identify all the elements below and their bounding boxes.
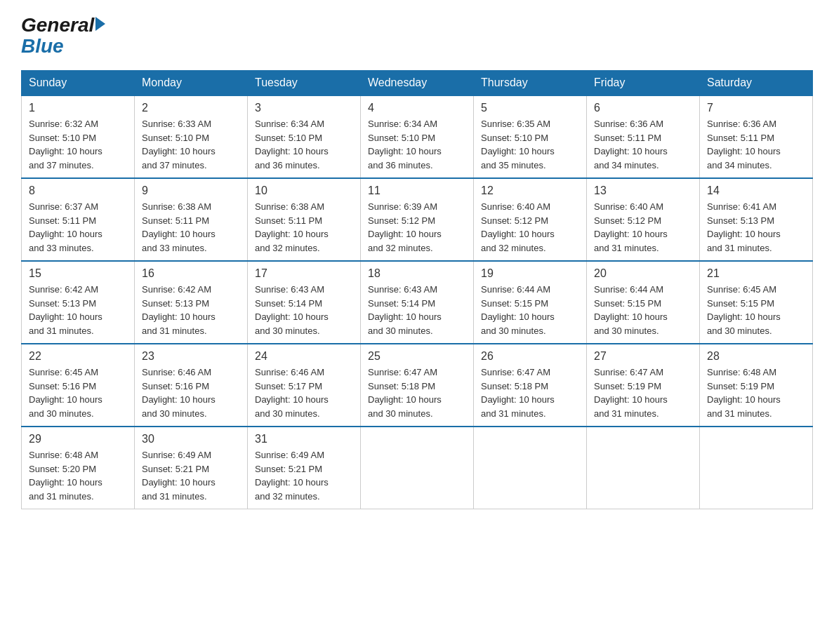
day-number: 2 xyxy=(142,102,240,114)
calendar-cell: 24 Sunrise: 6:46 AMSunset: 5:17 PMDaylig… xyxy=(248,344,361,427)
day-info: Sunrise: 6:42 AMSunset: 5:13 PMDaylight:… xyxy=(29,283,127,337)
day-info: Sunrise: 6:42 AMSunset: 5:13 PMDaylight:… xyxy=(142,283,240,337)
calendar-cell: 14 Sunrise: 6:41 AMSunset: 5:13 PMDaylig… xyxy=(700,178,813,261)
day-info: Sunrise: 6:49 AMSunset: 5:21 PMDaylight:… xyxy=(142,448,240,503)
day-number: 20 xyxy=(594,267,692,280)
calendar-cell: 18 Sunrise: 6:43 AMSunset: 5:14 PMDaylig… xyxy=(361,261,474,344)
logo: General Blue xyxy=(21,14,105,56)
weekday-header-wednesday: Wednesday xyxy=(361,71,474,96)
calendar-cell: 20 Sunrise: 6:44 AMSunset: 5:15 PMDaylig… xyxy=(587,261,700,344)
day-number: 21 xyxy=(707,267,805,280)
calendar-cell: 7 Sunrise: 6:36 AMSunset: 5:11 PMDayligh… xyxy=(700,95,813,178)
calendar-cell: 28 Sunrise: 6:48 AMSunset: 5:19 PMDaylig… xyxy=(700,344,813,427)
day-number: 6 xyxy=(594,102,692,114)
day-info: Sunrise: 6:37 AMSunset: 5:11 PMDaylight:… xyxy=(29,200,127,255)
day-number: 29 xyxy=(29,433,127,445)
calendar-cell: 25 Sunrise: 6:47 AMSunset: 5:18 PMDaylig… xyxy=(361,344,474,427)
calendar-cell xyxy=(700,427,813,509)
day-number: 31 xyxy=(255,433,353,445)
calendar-cell: 21 Sunrise: 6:45 AMSunset: 5:15 PMDaylig… xyxy=(700,261,813,344)
day-number: 14 xyxy=(707,185,805,197)
calendar-cell: 9 Sunrise: 6:38 AMSunset: 5:11 PMDayligh… xyxy=(135,178,248,261)
calendar-cell: 30 Sunrise: 6:49 AMSunset: 5:21 PMDaylig… xyxy=(135,427,248,509)
week-row-2: 8 Sunrise: 6:37 AMSunset: 5:11 PMDayligh… xyxy=(22,178,813,261)
calendar-cell: 26 Sunrise: 6:47 AMSunset: 5:18 PMDaylig… xyxy=(474,344,587,427)
day-number: 1 xyxy=(29,102,127,114)
day-info: Sunrise: 6:32 AMSunset: 5:10 PMDaylight:… xyxy=(29,117,127,172)
day-number: 19 xyxy=(481,267,579,280)
weekday-header-tuesday: Tuesday xyxy=(248,71,361,96)
day-number: 8 xyxy=(29,185,127,197)
calendar-cell: 5 Sunrise: 6:35 AMSunset: 5:10 PMDayligh… xyxy=(474,95,587,178)
calendar-cell: 23 Sunrise: 6:46 AMSunset: 5:16 PMDaylig… xyxy=(135,344,248,427)
day-number: 3 xyxy=(255,102,353,114)
calendar-cell: 4 Sunrise: 6:34 AMSunset: 5:10 PMDayligh… xyxy=(361,95,474,178)
day-number: 4 xyxy=(368,102,466,114)
calendar-cell: 27 Sunrise: 6:47 AMSunset: 5:19 PMDaylig… xyxy=(587,344,700,427)
day-info: Sunrise: 6:35 AMSunset: 5:10 PMDaylight:… xyxy=(481,117,579,172)
day-number: 23 xyxy=(142,350,240,363)
day-info: Sunrise: 6:43 AMSunset: 5:14 PMDaylight:… xyxy=(255,283,353,337)
calendar-cell: 15 Sunrise: 6:42 AMSunset: 5:13 PMDaylig… xyxy=(22,261,135,344)
day-info: Sunrise: 6:46 AMSunset: 5:17 PMDaylight:… xyxy=(255,365,353,420)
day-number: 10 xyxy=(255,185,353,197)
calendar-cell: 11 Sunrise: 6:39 AMSunset: 5:12 PMDaylig… xyxy=(361,178,474,261)
calendar-cell: 8 Sunrise: 6:37 AMSunset: 5:11 PMDayligh… xyxy=(22,178,135,261)
day-info: Sunrise: 6:39 AMSunset: 5:12 PMDaylight:… xyxy=(368,200,466,255)
weekday-header-thursday: Thursday xyxy=(474,71,587,96)
day-number: 17 xyxy=(255,267,353,280)
logo-blue-text: Blue xyxy=(21,36,105,56)
day-info: Sunrise: 6:34 AMSunset: 5:10 PMDaylight:… xyxy=(255,117,353,172)
day-info: Sunrise: 6:34 AMSunset: 5:10 PMDaylight:… xyxy=(368,117,466,172)
day-info: Sunrise: 6:36 AMSunset: 5:11 PMDaylight:… xyxy=(594,117,692,172)
calendar-cell xyxy=(474,427,587,509)
day-number: 24 xyxy=(255,350,353,363)
day-number: 25 xyxy=(368,350,466,363)
day-info: Sunrise: 6:44 AMSunset: 5:15 PMDaylight:… xyxy=(481,283,579,337)
week-row-3: 15 Sunrise: 6:42 AMSunset: 5:13 PMDaylig… xyxy=(22,261,813,344)
day-info: Sunrise: 6:41 AMSunset: 5:13 PMDaylight:… xyxy=(707,200,805,255)
day-info: Sunrise: 6:46 AMSunset: 5:16 PMDaylight:… xyxy=(142,365,240,420)
weekday-header-saturday: Saturday xyxy=(700,71,813,96)
day-info: Sunrise: 6:49 AMSunset: 5:21 PMDaylight:… xyxy=(255,448,353,503)
day-info: Sunrise: 6:48 AMSunset: 5:19 PMDaylight:… xyxy=(707,365,805,420)
day-info: Sunrise: 6:43 AMSunset: 5:14 PMDaylight:… xyxy=(368,283,466,337)
day-info: Sunrise: 6:40 AMSunset: 5:12 PMDaylight:… xyxy=(594,200,692,255)
day-number: 15 xyxy=(29,267,127,280)
weekday-header-row: SundayMondayTuesdayWednesdayThursdayFrid… xyxy=(22,71,813,96)
day-info: Sunrise: 6:33 AMSunset: 5:10 PMDaylight:… xyxy=(142,117,240,172)
day-number: 18 xyxy=(368,267,466,280)
day-number: 9 xyxy=(142,185,240,197)
day-info: Sunrise: 6:45 AMSunset: 5:16 PMDaylight:… xyxy=(29,365,127,420)
weekday-header-friday: Friday xyxy=(587,71,700,96)
calendar-cell: 29 Sunrise: 6:48 AMSunset: 5:20 PMDaylig… xyxy=(22,427,135,509)
day-number: 11 xyxy=(368,185,466,197)
day-info: Sunrise: 6:38 AMSunset: 5:11 PMDaylight:… xyxy=(142,200,240,255)
day-number: 28 xyxy=(707,350,805,363)
calendar-cell: 19 Sunrise: 6:44 AMSunset: 5:15 PMDaylig… xyxy=(474,261,587,344)
week-row-5: 29 Sunrise: 6:48 AMSunset: 5:20 PMDaylig… xyxy=(22,427,813,509)
calendar-cell: 12 Sunrise: 6:40 AMSunset: 5:12 PMDaylig… xyxy=(474,178,587,261)
logo-arrow-icon xyxy=(95,17,105,31)
calendar-cell: 10 Sunrise: 6:38 AMSunset: 5:11 PMDaylig… xyxy=(248,178,361,261)
day-info: Sunrise: 6:47 AMSunset: 5:18 PMDaylight:… xyxy=(481,365,579,420)
calendar-cell: 13 Sunrise: 6:40 AMSunset: 5:12 PMDaylig… xyxy=(587,178,700,261)
calendar-cell: 6 Sunrise: 6:36 AMSunset: 5:11 PMDayligh… xyxy=(587,95,700,178)
calendar-cell: 2 Sunrise: 6:33 AMSunset: 5:10 PMDayligh… xyxy=(135,95,248,178)
day-info: Sunrise: 6:38 AMSunset: 5:11 PMDaylight:… xyxy=(255,200,353,255)
calendar-cell xyxy=(587,427,700,509)
day-info: Sunrise: 6:44 AMSunset: 5:15 PMDaylight:… xyxy=(594,283,692,337)
week-row-4: 22 Sunrise: 6:45 AMSunset: 5:16 PMDaylig… xyxy=(22,344,813,427)
calendar-cell xyxy=(361,427,474,509)
calendar-cell: 17 Sunrise: 6:43 AMSunset: 5:14 PMDaylig… xyxy=(248,261,361,344)
day-info: Sunrise: 6:45 AMSunset: 5:15 PMDaylight:… xyxy=(707,283,805,337)
day-number: 7 xyxy=(707,102,805,114)
calendar-cell: 3 Sunrise: 6:34 AMSunset: 5:10 PMDayligh… xyxy=(248,95,361,178)
day-number: 26 xyxy=(481,350,579,363)
calendar-table: SundayMondayTuesdayWednesdayThursdayFrid… xyxy=(21,70,813,509)
calendar-cell: 16 Sunrise: 6:42 AMSunset: 5:13 PMDaylig… xyxy=(135,261,248,344)
day-number: 5 xyxy=(481,102,579,114)
day-info: Sunrise: 6:47 AMSunset: 5:18 PMDaylight:… xyxy=(368,365,466,420)
day-info: Sunrise: 6:48 AMSunset: 5:20 PMDaylight:… xyxy=(29,448,127,503)
day-number: 16 xyxy=(142,267,240,280)
